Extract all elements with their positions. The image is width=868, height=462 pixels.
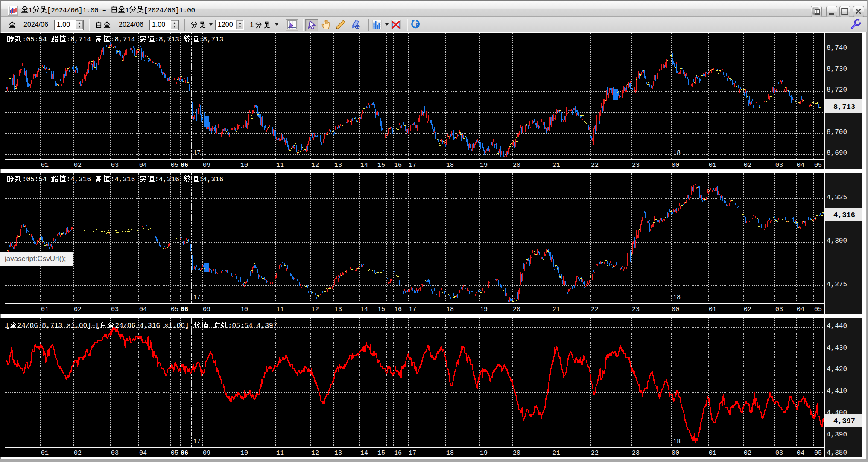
svg-text:21: 21 [552,162,560,169]
svg-text:23: 23 [632,306,640,313]
svg-text:20: 20 [513,450,520,457]
svg-text:1.00]: 1.00] [169,322,189,330]
svg-text:4,325: 4,325 [827,194,847,201]
svg-text:02: 02 [744,306,751,313]
svg-text:00: 00 [672,162,679,169]
svg-text:22: 22 [591,306,599,313]
svg-text:03: 03 [775,306,783,313]
svg-text:18: 18 [673,149,681,157]
svg-text:4,390: 4,390 [827,431,847,439]
svg-text:13: 13 [334,450,342,457]
svg-text:04: 04 [139,450,147,457]
svg-text:05: 05 [814,162,822,169]
svg-text:03: 03 [111,450,119,457]
svg-text:09: 09 [203,306,210,313]
svg-text:×: × [67,322,71,330]
svg-text:24/06 4,316: 24/06 4,316 [115,322,160,330]
svg-text:20: 20 [513,162,520,169]
svg-text:04: 04 [797,306,804,313]
svg-text::4,316: :4,316 [155,176,179,183]
svg-text:4,397: 4,397 [833,417,855,425]
svg-text::4,316: :4,316 [199,176,224,183]
svg-text:05: 05 [171,162,178,169]
svg-text:4,430: 4,430 [827,344,847,352]
svg-text:15: 15 [377,450,385,457]
svg-text:21: 21 [552,306,560,313]
svg-text:18: 18 [673,438,681,445]
svg-text:19: 19 [480,306,488,313]
svg-text::05:54: :05:54 [22,176,47,183]
svg-text::05:54: :05:54 [22,36,47,44]
svg-text:14: 14 [360,450,368,457]
svg-text:8,713: 8,713 [833,103,855,111]
svg-text:16: 16 [394,306,402,313]
svg-text:04: 04 [139,306,147,313]
svg-text:[: [ [96,322,100,330]
svg-text:4,316: 4,316 [833,211,855,219]
svg-text:15: 15 [377,162,385,169]
svg-text:4,410: 4,410 [827,387,847,395]
svg-text:01: 01 [709,450,716,457]
svg-text:00: 00 [672,450,679,457]
svg-text:8,700: 8,700 [827,128,847,136]
svg-text:13: 13 [334,306,342,313]
svg-text:17: 17 [193,294,201,301]
svg-text::05:54 4,397: :05:54 4,397 [228,322,277,330]
svg-text:12: 12 [311,306,319,313]
svg-text:05: 05 [814,450,822,457]
svg-text:06: 06 [181,450,188,457]
svg-text:4,420: 4,420 [827,366,847,373]
svg-text:10: 10 [240,306,248,313]
svg-text:03: 03 [775,450,783,457]
svg-text:4,440: 4,440 [827,323,847,330]
svg-text:02: 02 [744,450,751,457]
svg-text:02: 02 [74,450,82,457]
svg-text:03: 03 [111,162,119,169]
svg-text:15: 15 [377,306,385,313]
svg-text:01: 01 [41,306,49,313]
svg-text:01: 01 [709,306,716,313]
svg-text:11: 11 [276,306,284,313]
svg-text::8,713: :8,713 [155,36,179,44]
svg-text:03: 03 [775,162,783,169]
svg-text::4,316: :4,316 [111,176,135,183]
svg-text:[: [ [6,322,10,330]
svg-text:11: 11 [276,450,284,457]
svg-text:06: 06 [181,306,188,313]
svg-text:18: 18 [446,450,454,457]
svg-text:02: 02 [74,162,82,169]
svg-text:11: 11 [276,162,284,169]
svg-text:23: 23 [632,450,640,457]
svg-text:10: 10 [240,450,248,457]
svg-text:8,690: 8,690 [827,149,847,157]
svg-text:×: × [164,322,169,330]
svg-text:12: 12 [311,162,319,169]
svg-text:8,720: 8,720 [827,86,847,94]
svg-text:01: 01 [709,162,716,169]
svg-text:16: 16 [394,162,402,169]
svg-text:06: 06 [181,162,188,169]
svg-text:22: 22 [591,162,599,169]
svg-text:13: 13 [334,162,342,169]
svg-text:14: 14 [360,162,368,169]
svg-text:04: 04 [139,162,147,169]
svg-text:4,275: 4,275 [827,281,847,288]
svg-text:24/06 8,713: 24/06 8,713 [18,322,63,330]
svg-text:05: 05 [814,306,822,313]
svg-text:21: 21 [552,450,560,457]
svg-text:8,740: 8,740 [827,44,847,52]
svg-text:10: 10 [240,162,248,169]
svg-text:16: 16 [394,450,402,457]
svg-text:19: 19 [480,162,488,169]
svg-text:20: 20 [513,306,520,313]
svg-text:8,730: 8,730 [827,65,847,73]
svg-text:19: 19 [480,450,488,457]
svg-text::8,714: :8,714 [66,36,91,44]
svg-text:02: 02 [744,162,751,169]
svg-text:05: 05 [171,306,178,313]
svg-text:17: 17 [193,149,201,157]
svg-text:17: 17 [193,438,201,445]
svg-text:04: 04 [797,450,804,457]
svg-text::8,713: :8,713 [199,36,224,44]
svg-text:12: 12 [311,450,319,457]
